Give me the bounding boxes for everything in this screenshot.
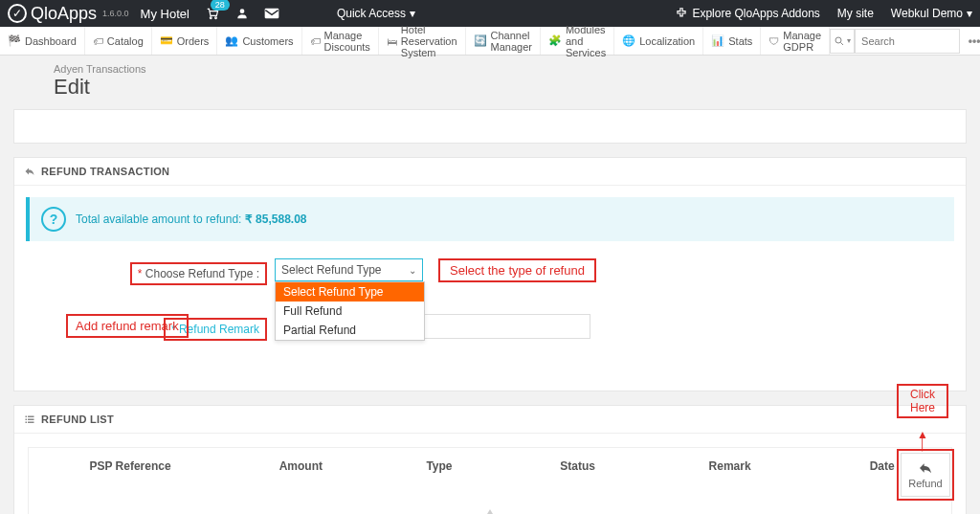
- user-icon[interactable]: [235, 7, 249, 20]
- col-psp: PSP Reference: [29, 459, 232, 473]
- nav-customers[interactable]: 👥Customers: [217, 27, 301, 55]
- nav-label: Manage Discounts: [324, 30, 370, 53]
- arrow-up-icon: ▲│: [897, 430, 948, 449]
- svg-rect-7: [26, 419, 28, 421]
- puzzle-icon: 🧩: [548, 34, 562, 47]
- users-icon: 👥: [225, 34, 238, 47]
- search-input[interactable]: [855, 29, 960, 54]
- annotation-click-here: Click Here: [897, 384, 948, 418]
- refund-button[interactable]: Refund: [901, 453, 950, 497]
- reply-icon: [24, 166, 35, 177]
- cart-badge: 28: [211, 0, 230, 11]
- panel-heading-list: REFUND LIST: [14, 406, 966, 434]
- main-nav: 🏁Dashboard 🏷Catalog 💳Orders 👥Customers 🏷…: [0, 27, 980, 56]
- panel-title: REFUND LIST: [41, 413, 114, 425]
- nav-label: Manage GDPR: [783, 30, 821, 53]
- annotation-select-type: Select the type of refund: [438, 258, 596, 282]
- svg-rect-5: [26, 416, 28, 418]
- mail-icon[interactable]: [264, 8, 279, 19]
- search-scope-button[interactable]: ▾: [830, 29, 855, 54]
- nav-label: Catalog: [107, 35, 144, 47]
- col-remark: Remark: [647, 459, 813, 473]
- refresh-icon: 🔄: [474, 34, 487, 47]
- more-menu[interactable]: •••: [960, 34, 980, 48]
- caret-down-icon: ▾: [847, 36, 851, 45]
- nav-label: Hotel Reservation System: [401, 24, 457, 58]
- explore-label: Explore QloApps Addons: [692, 7, 819, 20]
- info-total-refund: ? Total available amount to refund: ₹ 85…: [26, 197, 954, 241]
- breadcrumb: Adyen Transactions: [54, 63, 980, 75]
- nav-catalog[interactable]: 🏷Catalog: [85, 27, 152, 55]
- nav-label: Channel Manager: [491, 30, 532, 53]
- mysite-link[interactable]: My site: [837, 7, 874, 20]
- chevron-down-icon: ⌄: [409, 265, 416, 276]
- cart-icon[interactable]: 28: [205, 7, 220, 20]
- nav-localization[interactable]: 🌐Localization: [614, 27, 703, 55]
- panel-top-remnant: [13, 109, 967, 144]
- label-remark: Refund Remark: [179, 323, 259, 336]
- nav-discounts[interactable]: 🏷Manage Discounts: [302, 27, 379, 55]
- refund-type-select[interactable]: Select Refund Type ⌄ Select Refund Type …: [275, 258, 423, 281]
- user-label: Webkul Demo: [891, 7, 963, 20]
- tags-icon: 🏷: [93, 35, 103, 47]
- brand-logo[interactable]: ✓ QloApps 1.6.0.0: [8, 4, 129, 24]
- warning-icon: [465, 509, 515, 514]
- nav-gdpr[interactable]: 🛡Manage GDPR: [761, 27, 830, 55]
- panel-refund-list: REFUND LIST PSP Reference Amount Type St…: [13, 405, 967, 514]
- empty-state: [29, 484, 951, 514]
- panel-title: REFUND TRANSACTION: [41, 166, 169, 177]
- nav-label: Localization: [639, 35, 695, 47]
- nav-modules[interactable]: 🧩Modules and Services: [541, 27, 614, 55]
- nav-orders[interactable]: 💳Orders: [152, 27, 218, 55]
- refund-table: PSP Reference Amount Type Status Remark …: [28, 447, 952, 514]
- gauge-icon: 🏁: [8, 34, 21, 47]
- select-value: Select Refund Type: [281, 263, 382, 277]
- hotel-link[interactable]: My Hotel: [141, 7, 189, 21]
- chart-icon: 📊: [711, 34, 724, 47]
- svg-point-0: [210, 17, 212, 19]
- svg-point-4: [835, 37, 841, 43]
- check-icon: ✓: [8, 4, 27, 23]
- option-select[interactable]: Select Refund Type: [276, 282, 424, 302]
- tag-icon: 🏷: [310, 35, 321, 47]
- svg-point-1: [215, 17, 217, 19]
- caret-down-icon: ▾: [410, 7, 415, 20]
- nav-label: Modules and Services: [566, 24, 606, 58]
- topbar: ✓ QloApps 1.6.0.0 My Hotel 28 Quick Acce…: [0, 0, 980, 27]
- option-partial[interactable]: Partial Refund: [276, 321, 424, 340]
- brand-text: QloApps: [31, 4, 97, 24]
- explore-addons-link[interactable]: Explore QloApps Addons: [675, 7, 819, 20]
- question-icon: ?: [41, 207, 66, 232]
- nav-stats[interactable]: 📊Stats: [703, 27, 761, 55]
- caret-down-icon: ▾: [967, 7, 972, 20]
- card-icon: 💳: [160, 34, 173, 47]
- quick-access-menu[interactable]: Quick Access ▾: [337, 7, 415, 20]
- bed-icon: 🛏: [387, 35, 397, 47]
- reply-icon: [917, 460, 934, 476]
- svg-point-2: [240, 9, 245, 13]
- nav-channel[interactable]: 🔄Channel Manager: [466, 27, 541, 55]
- panel-heading-refund: REFUND TRANSACTION: [14, 158, 966, 186]
- quick-access-label: Quick Access: [337, 7, 406, 20]
- nav-dashboard[interactable]: 🏁Dashboard: [0, 27, 85, 55]
- label-choose-type: Choose Refund Type :: [145, 267, 259, 280]
- col-status: Status: [508, 459, 647, 473]
- info-amount: ₹ 85,588.08: [245, 212, 307, 226]
- svg-rect-10: [28, 422, 34, 424]
- svg-rect-3: [265, 9, 278, 17]
- svg-rect-9: [26, 422, 28, 424]
- user-menu[interactable]: Webkul Demo ▾: [891, 7, 972, 20]
- shield-icon: 🛡: [768, 35, 779, 47]
- panel-refund-transaction: REFUND TRANSACTION ? Total available amo…: [13, 157, 967, 391]
- version-text: 1.6.0.0: [102, 9, 129, 18]
- nav-label: Orders: [177, 35, 210, 47]
- refund-button-label: Refund: [908, 478, 942, 489]
- col-amount: Amount: [232, 459, 370, 473]
- option-full[interactable]: Full Refund: [276, 302, 424, 321]
- nav-label: Customers: [242, 35, 293, 47]
- nav-hotel[interactable]: 🛏Hotel Reservation System: [379, 27, 466, 55]
- info-prefix: Total available amount to refund:: [76, 212, 245, 226]
- col-type: Type: [370, 459, 509, 473]
- page-title: Edit: [54, 75, 980, 100]
- annotation-add-remark: Add refund remark: [66, 314, 189, 338]
